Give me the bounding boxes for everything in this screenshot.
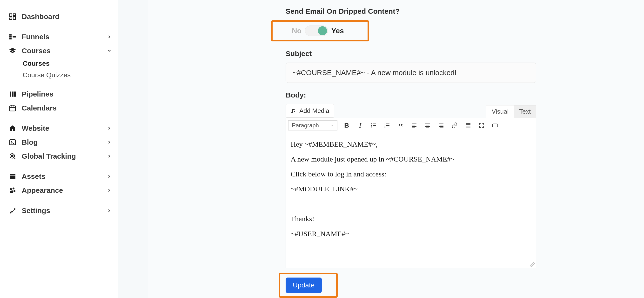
subject-label: Subject [286, 50, 536, 58]
svg-rect-8 [12, 37, 13, 37]
sidebar-item-label: Appearance [22, 186, 102, 194]
assets-icon [9, 173, 16, 180]
editor-body[interactable]: Hey ~#MEMBER_NAME#~, A new module just o… [286, 133, 536, 268]
sidebar-subitem-courses[interactable]: Courses [9, 58, 118, 69]
tab-visual[interactable]: Visual [486, 105, 514, 118]
body-line: A new module just opened up in ~#COURSE_… [291, 155, 531, 163]
toggle-knob [318, 26, 327, 35]
svg-rect-5 [10, 36, 12, 37]
sidebar-item-courses[interactable]: Courses [9, 44, 118, 58]
caret-down-icon [330, 124, 334, 127]
drip-toggle[interactable] [305, 25, 328, 36]
sidebar-item-label: Pipelines [22, 90, 112, 98]
body-line: ~#USER_NAME#~ [291, 230, 531, 238]
blockquote-button[interactable] [395, 120, 406, 131]
spacer-column [118, 0, 148, 298]
svg-rect-38 [386, 127, 390, 127]
resize-handle[interactable] [530, 262, 535, 267]
svg-rect-37 [386, 125, 390, 126]
sidebar-item-funnels[interactable]: Funnels [9, 30, 118, 44]
sidebar-item-calendars[interactable]: Calendars [9, 101, 118, 115]
sidebar-item-label: Calendars [22, 104, 112, 112]
svg-rect-31 [373, 125, 376, 126]
body-line: Click below to log in and access: [291, 170, 531, 178]
body-line: Thanks! [291, 215, 531, 223]
form-area: Send Email On Dripped Content? No Yes Su… [286, 7, 536, 298]
update-highlight: Update [279, 273, 338, 298]
italic-button[interactable]: I [355, 120, 366, 131]
svg-rect-2 [13, 17, 16, 19]
tab-text[interactable]: Text [514, 105, 536, 118]
svg-rect-10 [12, 91, 14, 97]
courses-icon [9, 47, 16, 55]
bullet-list-button[interactable] [368, 120, 379, 131]
align-center-button[interactable] [422, 120, 433, 131]
sidebar-item-label: Dashboard [22, 12, 112, 21]
svg-rect-42 [412, 128, 415, 128]
paragraph-select[interactable]: Paragraph [288, 120, 338, 131]
sidebar-item-label: Blog [22, 138, 102, 146]
svg-rect-32 [373, 127, 376, 127]
svg-point-28 [371, 125, 372, 126]
chevron-right-icon [107, 126, 112, 131]
chevron-right-icon [107, 208, 112, 213]
sidebar-item-blog[interactable]: Blog [9, 135, 118, 149]
svg-point-29 [371, 126, 372, 127]
svg-rect-52 [466, 125, 470, 125]
svg-line-19 [14, 157, 16, 159]
svg-rect-44 [426, 125, 429, 125]
insert-more-button[interactable] [463, 120, 473, 131]
svg-text:3: 3 [384, 126, 386, 128]
sidebar: Dashboard Funnels Courses Courses Course… [0, 0, 118, 298]
add-media-button[interactable]: Add Media [286, 104, 334, 118]
svg-point-27 [371, 123, 372, 124]
svg-rect-1 [13, 14, 16, 15]
numbered-list-button[interactable]: 123 [382, 120, 392, 131]
body-label: Body: [286, 91, 536, 99]
sidebar-subitem-course-quizzes[interactable]: Course Quizzes [9, 69, 118, 81]
sidebar-item-website[interactable]: Website [9, 121, 118, 135]
svg-rect-47 [439, 124, 444, 124]
main-content: Send Email On Dripped Content? No Yes Su… [148, 0, 644, 298]
svg-rect-51 [466, 123, 470, 124]
chevron-right-icon [107, 154, 112, 159]
drip-question-label: Send Email On Dripped Content? [286, 7, 536, 15]
svg-point-25 [12, 187, 14, 189]
sidebar-item-pipelines[interactable]: Pipelines [9, 87, 118, 101]
align-left-button[interactable] [409, 120, 419, 131]
svg-rect-30 [373, 124, 376, 124]
sidebar-item-dashboard[interactable]: Dashboard [9, 10, 118, 24]
body-line: Hey ~#MEMBER_NAME#~, [291, 140, 531, 148]
appearance-icon [9, 186, 16, 194]
sidebar-item-appearance[interactable]: Appearance [9, 183, 118, 197]
blog-icon [9, 139, 16, 146]
fullscreen-button[interactable] [476, 120, 487, 131]
sidebar-item-settings[interactable]: Settings [9, 204, 118, 218]
bold-button[interactable]: B [341, 120, 352, 131]
editor-toolbar: Paragraph B I 123 [286, 118, 536, 133]
subject-input[interactable] [286, 63, 536, 83]
chevron-right-icon [107, 140, 112, 145]
svg-rect-49 [439, 126, 444, 127]
toggle-yes-label: Yes [332, 27, 344, 35]
svg-point-24 [10, 188, 12, 190]
sidebar-item-label: Website [22, 124, 102, 132]
svg-rect-0 [10, 14, 12, 17]
svg-rect-9 [10, 91, 11, 97]
drip-toggle-row: No Yes [285, 22, 351, 40]
dashboard-icon [9, 13, 16, 20]
keyboard-button[interactable] [490, 120, 500, 131]
editor-header-row: Add Media Visual Text [286, 104, 536, 118]
sidebar-item-global-tracking[interactable]: Global Tracking [9, 149, 118, 163]
calendars-icon [9, 104, 16, 112]
svg-rect-54 [466, 127, 470, 128]
sidebar-item-assets[interactable]: Assets [9, 169, 118, 183]
svg-rect-50 [440, 128, 444, 128]
svg-rect-36 [386, 124, 390, 124]
chevron-right-icon [107, 34, 112, 39]
website-icon [9, 125, 16, 132]
link-button[interactable] [449, 120, 460, 131]
update-button[interactable]: Update [286, 278, 322, 293]
chevron-right-icon [107, 174, 112, 179]
align-right-button[interactable] [436, 120, 446, 131]
